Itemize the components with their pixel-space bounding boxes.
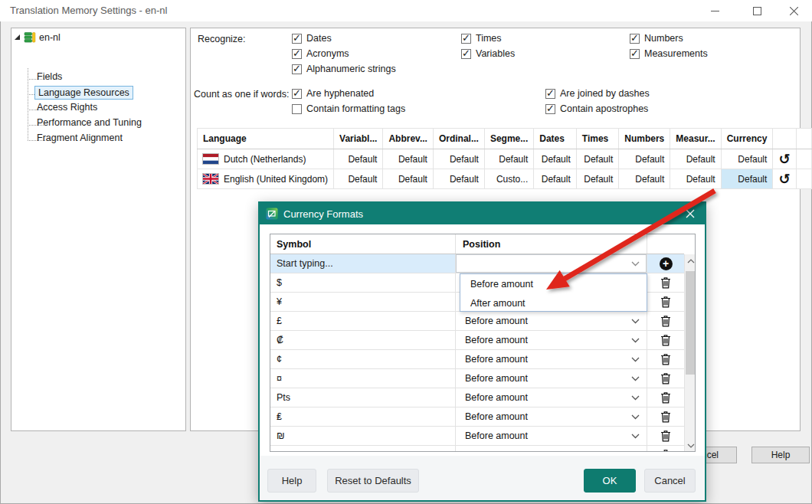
delete-currency-button[interactable] [647,312,684,330]
delete-currency-button[interactable] [647,350,684,368]
spacer-cell [796,149,811,169]
col-dates: Dates [534,129,577,149]
position-dropdown[interactable]: Before amount [456,331,647,349]
col-reset [773,129,796,149]
times-setting[interactable]: Default [576,149,619,169]
ordinals-setting[interactable]: Default [433,169,484,189]
symbol-cell[interactable]: $ [270,273,456,292]
tree-item-root[interactable]: en-nl [14,31,61,44]
delete-currency-button[interactable] [647,293,684,311]
checkbox-acronyms[interactable]: Acronyms [292,48,349,59]
checkbox-dates[interactable]: Dates [292,33,332,44]
symbol-cell[interactable]: ¥ [270,293,456,311]
trash-icon [660,277,671,289]
position-dropdown[interactable]: Before amount [456,446,647,452]
tree-item-language-resources[interactable]: Language Resources [34,86,133,100]
currency-setting-selected[interactable]: Default [721,169,773,189]
delete-currency-button[interactable] [647,369,684,388]
tree-item-fields[interactable]: Fields [37,70,62,83]
position-dropdown[interactable]: Before amount [456,427,647,445]
delete-currency-button[interactable] [647,331,684,349]
tree-item-label: Access Rights [37,102,97,113]
checkbox-are-joined-by-dashes[interactable]: Are joined by dashes [545,88,650,99]
checkbox-numbers[interactable]: Numbers [630,33,683,44]
symbol-cell[interactable]: £ [270,312,456,330]
position-dropdown[interactable]: Before amount [456,369,647,388]
checkbox-alphanumeric-strings[interactable]: Alphanumeric strings [292,64,396,74]
position-dropdown[interactable]: Before amount [456,407,647,426]
dropdown-option-after-amount[interactable]: After amount [460,293,647,313]
position-dropdown[interactable]: Before amount [456,350,647,368]
position-dropdown-new[interactable] [456,254,647,273]
table-header-row: Language Variabl... Abbrev... Ordinal...… [198,129,812,149]
dates-setting[interactable]: Default [534,169,577,189]
delete-currency-button[interactable] [647,446,684,452]
variables-setting[interactable]: Default [334,169,383,189]
dates-setting[interactable]: Default [534,149,577,169]
currency-setting[interactable]: Default [721,149,773,169]
delete-currency-button[interactable] [647,407,684,426]
tree-item-label: en-nl [39,32,61,43]
tree-item-fragment-alignment[interactable]: Fragment Alignment [37,132,123,144]
position-dropdown[interactable]: Before amount [456,388,647,407]
ok-button[interactable]: OK [584,469,636,493]
symbol-input[interactable]: Start typing... [270,254,456,273]
measurements-setting[interactable]: Default [670,169,721,189]
checkbox-contain-apostrophes[interactable]: Contain apostrophes [545,103,648,114]
checkbox-times[interactable]: Times [461,33,502,44]
checkbox-contain-formatting-tags[interactable]: Contain formatting tags [292,103,405,114]
trash-icon [660,449,671,452]
help-button[interactable]: Help [267,469,316,493]
reset-row-icon[interactable]: ↺ [773,149,796,169]
symbol-cell[interactable]: ₪ [270,427,456,445]
dropdown-option-before-amount[interactable]: Before amount [460,274,647,293]
scroll-up-icon[interactable] [685,254,696,268]
checkbox-measurements[interactable]: Measurements [630,48,708,59]
abbreviations-setting[interactable]: Default [383,149,433,169]
tree-item-access-rights[interactable]: Access Rights [37,101,97,113]
variables-setting[interactable]: Default [334,149,383,169]
chevron-down-icon [631,319,640,324]
delete-currency-button[interactable] [647,427,684,445]
add-currency-button[interactable]: + [647,254,684,273]
position-column-header: Position [456,234,647,254]
abbreviations-setting[interactable]: Default [383,169,433,189]
chevron-down-icon [631,357,640,362]
reset-to-defaults-button[interactable]: Reset to Defaults [327,469,419,493]
trash-icon [660,296,671,308]
minimize-icon[interactable] [701,0,729,21]
symbol-cell[interactable]: ₡ [270,331,456,349]
delete-currency-button[interactable] [647,273,684,292]
symbol-cell[interactable]: ¤ [270,369,456,388]
measurements-setting[interactable]: Default [670,149,721,169]
segmentation-setting[interactable]: Default [484,149,533,169]
segmentation-setting[interactable]: Custo... [484,169,533,189]
checkbox-variables[interactable]: Variables [461,48,515,59]
table-scrollbar[interactable] [684,254,696,452]
language-cell[interactable]: Dutch (Netherlands) [198,149,334,169]
window-title: Translation Memory Settings - en-nl [10,5,167,16]
numbers-setting[interactable]: Default [619,169,670,189]
symbol-cell[interactable]: Pts [270,388,456,407]
reset-row-icon[interactable]: ↺ [773,169,796,189]
symbol-cell[interactable]: ₫ [270,446,456,452]
dialog-close-icon[interactable] [679,205,702,222]
maximize-icon[interactable] [743,0,771,21]
close-icon[interactable] [780,0,807,21]
new-currency-row: Start typing... + [270,254,684,273]
position-dropdown[interactable]: Before amount [456,312,647,330]
numbers-setting[interactable]: Default [619,149,670,169]
ordinals-setting[interactable]: Default [433,149,484,169]
delete-currency-button[interactable] [647,388,684,407]
symbol-cell[interactable]: ¢ [270,350,456,368]
tree-expander-icon[interactable] [14,34,21,41]
checkbox-are-hyphenated[interactable]: Are hyphenated [292,88,374,99]
help-button-parent[interactable]: Help [751,447,810,463]
tree-item-performance-and-tuning[interactable]: Performance and Tuning [37,116,142,129]
symbol-cell[interactable]: ₤ [270,407,456,426]
language-cell[interactable]: English (United Kingdom) [198,169,334,189]
cancel-button[interactable]: Cancel [644,469,696,493]
scroll-down-icon[interactable] [685,439,696,452]
scrollbar-thumb[interactable] [686,271,696,375]
times-setting[interactable]: Default [576,169,619,189]
